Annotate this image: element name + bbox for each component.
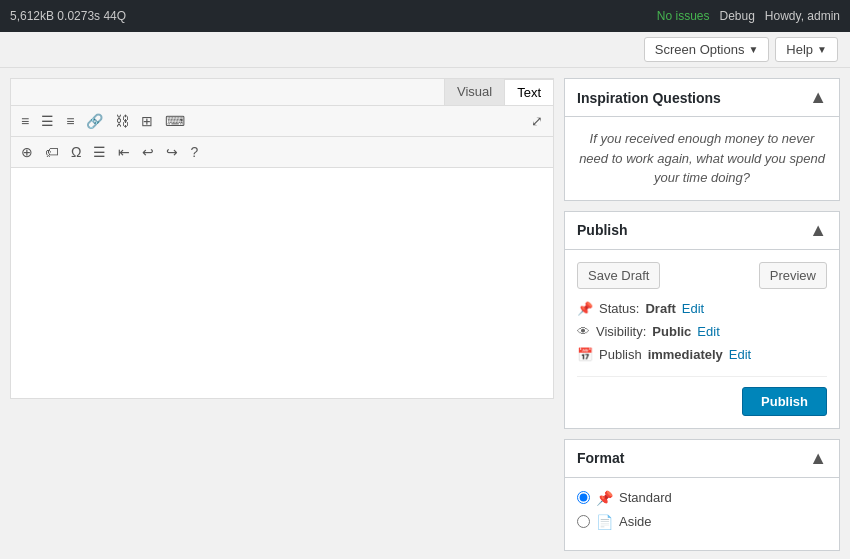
list-button[interactable]: ☰ [89, 141, 110, 163]
keyboard-shortcuts-button[interactable]: ⌨ [161, 110, 189, 132]
toolbar-row2: ⊕ 🏷 Ω ☰ ⇤ ↩ ↪ ? [10, 136, 554, 167]
screen-options-label: Screen Options [655, 42, 745, 57]
outdent-button[interactable]: ⇤ [114, 141, 134, 163]
editor-textarea[interactable] [10, 167, 554, 399]
top-bar: 5,612kB 0.0273s 44Q No issues Debug Howd… [0, 0, 850, 32]
format-aside: 📄 Aside [577, 514, 827, 530]
top-bar-stats: 5,612kB 0.0273s 44Q [10, 9, 126, 23]
publish-actions-row: Save Draft Preview [577, 262, 827, 289]
calendar-icon: 📅 [577, 347, 593, 362]
publish-time-label: Publish [599, 347, 642, 362]
visibility-row: 👁 Visibility: Public Edit [577, 324, 827, 339]
visibility-icon: 👁 [577, 324, 590, 339]
publish-time-value: immediately [648, 347, 723, 362]
expand-editor-button[interactable]: ⤢ [527, 110, 547, 132]
status-label: Status: [599, 301, 639, 316]
publish-time-row: 📅 Publish immediately Edit [577, 347, 827, 362]
format-metabox-header[interactable]: Format ▲ [565, 440, 839, 478]
redo-button[interactable]: ↪ [162, 141, 182, 163]
inspiration-title: Inspiration Questions [577, 90, 721, 106]
link-button[interactable]: 🔗 [82, 110, 107, 132]
status-icon: 📌 [577, 301, 593, 316]
help-label: Help [786, 42, 813, 57]
save-draft-button[interactable]: Save Draft [577, 262, 660, 289]
inspiration-body: If you received enough money to never ne… [565, 117, 839, 200]
status-edit-link[interactable]: Edit [682, 301, 704, 316]
inspiration-question: If you received enough money to never ne… [577, 129, 827, 188]
publish-title: Publish [577, 222, 628, 238]
visibility-edit-link[interactable]: Edit [697, 324, 719, 339]
align-right-button[interactable]: ≡ [62, 110, 78, 132]
visibility-value: Public [652, 324, 691, 339]
top-bar-right: No issues Debug Howdy, admin [657, 9, 840, 23]
format-toggle-icon[interactable]: ▲ [809, 448, 827, 469]
tag-button[interactable]: 🏷 [41, 141, 63, 163]
standard-icon: 📌 [596, 490, 613, 506]
align-left-button[interactable]: ≡ [17, 110, 33, 132]
editor-area: Visual Text ≡ ☰ ≡ 🔗 ⛓ ⊞ ⌨ ⤢ ⊕ 🏷 Ω ☰ ⇤ ↩ [0, 68, 564, 559]
unlink-button[interactable]: ⛓ [111, 110, 133, 132]
toolbar-row1: ≡ ☰ ≡ 🔗 ⛓ ⊞ ⌨ ⤢ [10, 105, 554, 136]
inspiration-toggle-icon[interactable]: ▲ [809, 87, 827, 108]
editor-tab-row: Visual Text [10, 78, 554, 105]
format-metabox: Format ▲ 📌 Standard 📄 Aside [564, 439, 840, 551]
preview-button[interactable]: Preview [759, 262, 827, 289]
publish-btn-row: Publish [577, 376, 827, 416]
help-chevron-icon: ▼ [817, 44, 827, 55]
omega-button[interactable]: Ω [67, 141, 85, 163]
sidebar: Inspiration Questions ▲ If you received … [564, 68, 850, 559]
screen-options-button[interactable]: Screen Options ▼ [644, 37, 770, 62]
help-toolbar-button[interactable]: ? [186, 141, 202, 163]
status-value: Draft [645, 301, 675, 316]
visibility-label: Visibility: [596, 324, 646, 339]
publish-metabox: Publish ▲ Save Draft Preview 📌 Status: D… [564, 211, 840, 429]
tab-text[interactable]: Text [504, 79, 553, 105]
screen-options-chevron-icon: ▼ [748, 44, 758, 55]
inspiration-metabox: Inspiration Questions ▲ If you received … [564, 78, 840, 201]
help-button[interactable]: Help ▼ [775, 37, 838, 62]
aside-icon: 📄 [596, 514, 613, 530]
perf-stats: 5,612kB 0.0273s 44Q [10, 9, 126, 23]
format-standard-label: Standard [619, 490, 672, 505]
status-row: 📌 Status: Draft Edit [577, 301, 827, 316]
publish-metabox-header[interactable]: Publish ▲ [565, 212, 839, 250]
table-button[interactable]: ⊞ [137, 110, 157, 132]
publish-body: Save Draft Preview 📌 Status: Draft Edit … [565, 250, 839, 428]
admin-bar: Screen Options ▼ Help ▼ [0, 32, 850, 68]
inspiration-metabox-header[interactable]: Inspiration Questions ▲ [565, 79, 839, 117]
format-aside-radio[interactable] [577, 515, 590, 528]
main-layout: Visual Text ≡ ☰ ≡ 🔗 ⛓ ⊞ ⌨ ⤢ ⊕ 🏷 Ω ☰ ⇤ ↩ [0, 68, 850, 559]
insert-more-button[interactable]: ⊕ [17, 141, 37, 163]
tab-visual[interactable]: Visual [444, 79, 504, 105]
publish-time-edit-link[interactable]: Edit [729, 347, 751, 362]
publish-button[interactable]: Publish [742, 387, 827, 416]
align-center-button[interactable]: ☰ [37, 110, 58, 132]
debug-link[interactable]: Debug [719, 9, 754, 23]
no-issues-label: No issues [657, 9, 710, 23]
format-body: 📌 Standard 📄 Aside [565, 478, 839, 550]
format-title: Format [577, 450, 624, 466]
format-standard-radio[interactable] [577, 491, 590, 504]
publish-meta: 📌 Status: Draft Edit 👁 Visibility: Publi… [577, 301, 827, 362]
publish-toggle-icon[interactable]: ▲ [809, 220, 827, 241]
format-standard: 📌 Standard [577, 490, 827, 506]
undo-button[interactable]: ↩ [138, 141, 158, 163]
format-aside-label: Aside [619, 514, 652, 529]
howdy-link[interactable]: Howdy, admin [765, 9, 840, 23]
